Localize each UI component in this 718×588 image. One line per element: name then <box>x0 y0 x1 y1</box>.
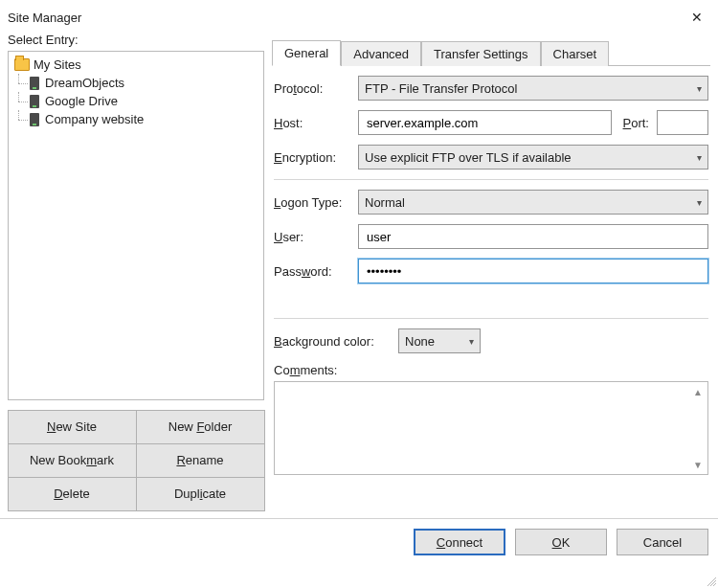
host-input[interactable] <box>358 110 612 135</box>
new-folder-button[interactable]: New Folder <box>136 410 265 444</box>
host-label: Host: <box>274 116 350 130</box>
resize-grip[interactable] <box>705 575 716 586</box>
connect-button[interactable]: Connect <box>414 529 505 555</box>
password-input[interactable] <box>358 259 708 283</box>
ok-button[interactable]: OK <box>515 529 607 555</box>
logon-type-select[interactable]: Normal ▾ <box>358 190 708 215</box>
site-action-buttons: New Site New Folder New Bookmark Rename … <box>8 410 264 510</box>
encryption-select[interactable]: Use explicit FTP over TLS if available ▾ <box>358 145 708 170</box>
logon-type-value: Normal <box>365 195 405 210</box>
tree-node-google-drive[interactable]: Google Drive <box>28 92 259 110</box>
encryption-label: Encryption: <box>274 150 350 165</box>
dialog-footer: Connect OK Cancel <box>0 518 718 563</box>
new-bookmark-button[interactable]: New Bookmark <box>8 443 137 478</box>
rename-button[interactable]: Rename <box>136 443 265 478</box>
general-form: Protocol: FTP - File Transfer Protocol ▾… <box>272 66 710 483</box>
cancel-button[interactable]: Cancel <box>617 529 708 555</box>
tree-children: DreamObjects Google Drive Company websit… <box>28 74 259 128</box>
new-site-button[interactable]: New Site <box>8 410 137 444</box>
duplicate-button[interactable]: Duplicate <box>136 477 265 511</box>
protocol-value: FTP - File Transfer Protocol <box>365 81 517 96</box>
delete-button[interactable]: Delete <box>8 477 137 511</box>
tree-node-label: Google Drive <box>45 94 118 108</box>
right-pane: General Advanced Transfer Settings Chars… <box>272 33 710 510</box>
close-button[interactable]: ✕ <box>685 6 708 29</box>
comments-textarea[interactable]: ▲ ▼ <box>274 381 708 475</box>
host-field[interactable] <box>365 115 605 131</box>
port-field[interactable] <box>663 115 702 131</box>
user-input[interactable] <box>358 224 708 249</box>
tab-advanced[interactable]: Advanced <box>341 41 421 66</box>
server-icon <box>30 77 39 90</box>
protocol-label: Protocol: <box>274 81 350 96</box>
encryption-value: Use explicit FTP over TLS if available <box>365 150 572 165</box>
tab-transfer-settings[interactable]: Transfer Settings <box>421 41 541 66</box>
content-area: Select Entry: My Sites DreamObjects Goog… <box>0 33 718 518</box>
bg-color-select[interactable]: None ▾ <box>398 328 481 353</box>
tree-root-my-sites[interactable]: My Sites <box>12 56 259 74</box>
site-tree[interactable]: My Sites DreamObjects Google Drive Compa… <box>8 51 264 400</box>
close-icon: ✕ <box>691 10 703 25</box>
window-title: Site Manager <box>8 11 81 25</box>
tree-node-dreamobjects[interactable]: DreamObjects <box>28 74 259 92</box>
port-input[interactable] <box>657 110 708 135</box>
titlebar: Site Manager ✕ <box>0 0 718 33</box>
chevron-down-icon: ▾ <box>469 336 474 347</box>
tab-strip: General Advanced Transfer Settings Chars… <box>272 40 710 66</box>
chevron-down-icon: ▾ <box>697 83 702 94</box>
password-field[interactable] <box>365 263 702 280</box>
protocol-select[interactable]: FTP - File Transfer Protocol ▾ <box>358 76 708 101</box>
tree-node-company-website[interactable]: Company website <box>28 110 259 128</box>
scroll-up-icon[interactable]: ▲ <box>690 384 706 399</box>
select-entry-label: Select Entry: <box>8 33 264 47</box>
tree-node-label: Company website <box>45 112 144 126</box>
separator <box>274 318 708 319</box>
chevron-down-icon: ▾ <box>697 152 702 163</box>
left-pane: Select Entry: My Sites DreamObjects Goog… <box>8 33 264 510</box>
user-field[interactable] <box>365 229 702 245</box>
tree-node-label: DreamObjects <box>45 76 124 90</box>
user-label: User: <box>274 230 350 244</box>
tree-root-label: My Sites <box>34 57 81 72</box>
logon-type-label: Logon Type: <box>274 195 350 210</box>
bg-color-value: None <box>405 334 435 349</box>
tab-general[interactable]: General <box>272 40 341 66</box>
folder-icon <box>14 58 30 71</box>
server-icon <box>30 95 39 108</box>
separator <box>274 179 708 180</box>
comments-label: Comments: <box>274 363 708 377</box>
port-label: Port: <box>623 116 649 130</box>
chevron-down-icon: ▾ <box>697 197 702 208</box>
password-label: Password: <box>274 264 350 279</box>
bg-color-label: Background color: <box>274 334 391 349</box>
scroll-down-icon[interactable]: ▼ <box>690 457 706 472</box>
server-icon <box>30 113 39 126</box>
tab-charset[interactable]: Charset <box>541 41 610 66</box>
